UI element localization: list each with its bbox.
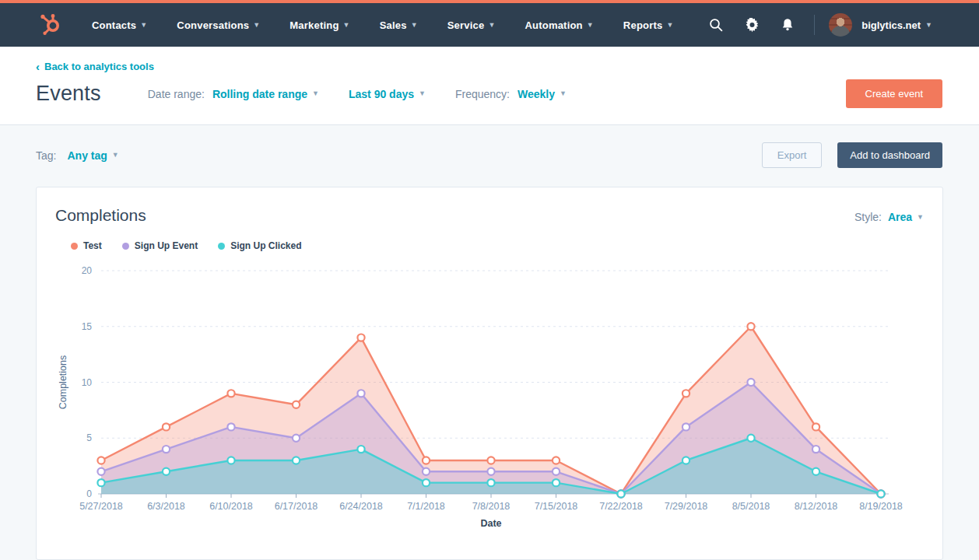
top-navbar: Contacts▼ Conversations▼ Marketing▼ Sale… (0, 3, 979, 47)
data-point[interactable] (812, 446, 819, 453)
nav-item-reports[interactable]: Reports▼ (623, 19, 674, 31)
data-point[interactable] (682, 423, 690, 430)
data-point[interactable] (227, 457, 234, 464)
style-dropdown[interactable]: Area▼ (888, 211, 924, 223)
filter-bar: Date range: Rolling date range▼ Last 90 … (148, 88, 567, 100)
data-point[interactable] (357, 334, 364, 341)
chart-plot-area[interactable]: 051015205/27/20186/3/20186/10/20186/17/2… (55, 261, 924, 537)
chevron-down-icon: ▼ (112, 152, 119, 159)
area-chart[interactable]: 051015205/27/20186/3/20186/10/20186/17/2… (55, 261, 924, 534)
page-title: Events (36, 82, 101, 106)
nav-item-automation[interactable]: Automation▼ (525, 19, 594, 31)
chart-text: 8/12/2018 (795, 501, 838, 512)
legend-dot-icon (218, 243, 225, 250)
hubspot-logo-icon[interactable] (37, 12, 64, 37)
data-point[interactable] (812, 468, 819, 475)
data-point[interactable] (163, 468, 170, 475)
data-point[interactable] (487, 479, 494, 486)
nav-item-service[interactable]: Service▼ (447, 19, 496, 31)
chart-text: Date (480, 518, 501, 529)
create-event-button[interactable]: Create event (846, 79, 942, 108)
legend-item-sign-up-event[interactable]: Sign Up Event (122, 240, 198, 251)
data-point[interactable] (163, 446, 170, 453)
data-point[interactable] (293, 457, 300, 464)
data-point[interactable] (553, 457, 560, 464)
tag-label: Tag: (36, 149, 56, 162)
chart-text: 8/5/2018 (732, 501, 770, 512)
main-menu: Contacts▼ Conversations▼ Marketing▼ Sale… (92, 19, 674, 31)
data-point[interactable] (682, 390, 690, 397)
date-range-label: Date range: (148, 88, 205, 100)
tag-toolbar: Tag: Any tag▼ Export Add to dashboard (0, 125, 979, 184)
data-point[interactable] (293, 435, 300, 442)
nav-item-sales[interactable]: Sales▼ (380, 19, 418, 31)
export-button[interactable]: Export (762, 142, 823, 168)
date-range-period-dropdown[interactable]: Last 90 days▼ (349, 88, 426, 100)
data-point[interactable] (747, 323, 754, 330)
chart-text: 20 (82, 265, 93, 276)
legend-dot-icon (122, 243, 129, 250)
chart-text: 6/17/2018 (275, 501, 318, 512)
data-point[interactable] (97, 468, 104, 475)
legend-item-sign-up-clicked[interactable]: Sign Up Clicked (218, 240, 301, 251)
data-point[interactable] (357, 390, 364, 397)
chart-text: 0 (86, 488, 92, 499)
data-point[interactable] (487, 468, 494, 475)
frequency-dropdown[interactable]: Weekly▼ (518, 88, 567, 100)
chart-text: 6/3/2018 (147, 501, 185, 512)
chart-text: 6/10/2018 (209, 501, 253, 512)
chevron-down-icon: ▼ (312, 90, 319, 97)
nav-item-marketing[interactable]: Marketing▼ (289, 19, 349, 31)
data-point[interactable] (423, 457, 430, 464)
nav-item-conversations[interactable]: Conversations▼ (177, 19, 260, 31)
data-point[interactable] (227, 423, 234, 430)
chart-legend: Test Sign Up Event Sign Up Clicked (71, 240, 924, 251)
nav-item-contacts[interactable]: Contacts▼ (92, 19, 147, 31)
data-point[interactable] (812, 423, 819, 430)
gear-icon[interactable] (744, 17, 760, 33)
title-row: Events Date range: Rolling date range▼ L… (36, 82, 942, 106)
chevron-down-icon: ▼ (411, 22, 418, 29)
data-point[interactable] (423, 479, 430, 486)
data-point[interactable] (617, 490, 624, 497)
completions-chart-card: Completions Style: Area▼ Test Sign Up Ev… (36, 187, 943, 560)
search-icon[interactable] (708, 17, 724, 33)
chevron-down-icon: ▼ (666, 22, 673, 29)
data-point[interactable] (293, 401, 300, 408)
legend-item-test[interactable]: Test (71, 240, 102, 251)
style-label: Style: (854, 211, 882, 223)
data-point[interactable] (423, 468, 430, 475)
data-point[interactable] (877, 490, 884, 497)
chart-text: 10 (82, 377, 93, 388)
chevron-down-icon: ▼ (253, 22, 260, 29)
back-to-analytics-link[interactable]: ‹ Back to analytics tools (36, 61, 154, 72)
date-range-type-dropdown[interactable]: Rolling date range▼ (212, 88, 319, 100)
chevron-left-icon: ‹ (36, 61, 40, 72)
chart-text: 7/22/2018 (599, 501, 643, 512)
chevron-down-icon: ▼ (419, 90, 426, 97)
data-point[interactable] (747, 435, 754, 442)
data-point[interactable] (163, 423, 170, 430)
frequency-label: Frequency: (455, 88, 510, 100)
chevron-down-icon: ▼ (488, 22, 495, 29)
tag-dropdown[interactable]: Any tag▼ (67, 149, 118, 162)
data-point[interactable] (747, 379, 754, 386)
add-to-dashboard-button[interactable]: Add to dashboard (837, 142, 942, 168)
data-point[interactable] (487, 457, 494, 464)
chevron-down-icon: ▼ (140, 22, 147, 29)
chart-text: 5 (86, 432, 92, 443)
chart-text: 5/27/2018 (79, 501, 123, 512)
chart-text: 7/15/2018 (535, 501, 578, 512)
account-menu[interactable]: biglytics.net▼ (861, 19, 932, 31)
bell-icon[interactable] (780, 17, 795, 33)
data-point[interactable] (97, 457, 104, 464)
data-point[interactable] (97, 479, 104, 486)
data-point[interactable] (553, 479, 560, 486)
data-point[interactable] (357, 446, 364, 453)
user-avatar[interactable] (829, 13, 852, 37)
style-selector: Style: Area▼ (854, 211, 924, 223)
data-point[interactable] (682, 457, 690, 464)
data-point[interactable] (227, 390, 234, 397)
chart-text: 6/24/2018 (339, 501, 383, 512)
data-point[interactable] (553, 468, 560, 475)
